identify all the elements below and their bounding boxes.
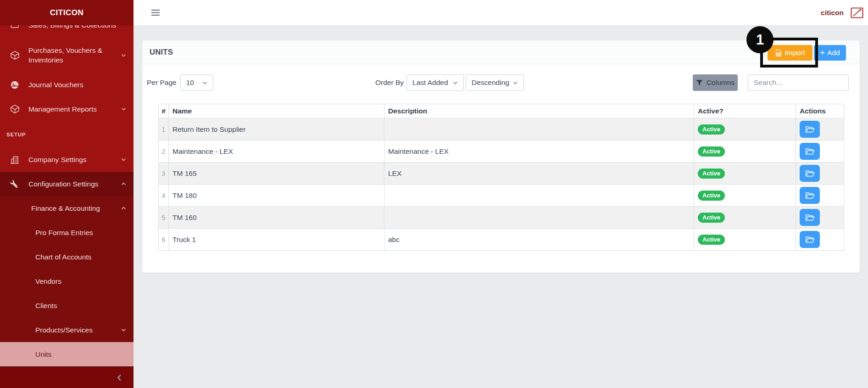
sidebar: Sales, Billings & Collections Purchases,…: [0, 0, 134, 388]
column-header-number: #: [159, 104, 169, 118]
wrench-icon: [9, 179, 20, 189]
sidebar-item-company-settings[interactable]: Company Settings: [0, 147, 134, 172]
row-name: Maintenance - LEX: [169, 141, 384, 163]
sidebar-item-units[interactable]: Units: [0, 342, 134, 366]
folder-open-icon: [805, 214, 815, 221]
add-button[interactable]: + Add: [814, 45, 846, 61]
status-badge: Active: [698, 124, 725, 135]
sidebar-item-chart-of-accounts[interactable]: Chart of Accounts: [0, 245, 134, 269]
box-icon: [9, 104, 20, 114]
chevron-up-icon: [121, 182, 126, 186]
sidebar-item-configuration-settings[interactable]: Configuration Settings: [0, 172, 134, 196]
open-folder-button[interactable]: [800, 231, 820, 248]
table-row: 3 TM 165 LEX Active: [159, 163, 844, 185]
chevron-down-icon: [121, 54, 126, 57]
sidebar-section-setup: SETUP: [0, 121, 134, 147]
sidebar-item-purchases-vouchers-inventories[interactable]: Purchases, Vouchers & Inventories: [0, 38, 134, 73]
row-name: TM 165: [169, 163, 384, 185]
row-number: 4: [159, 185, 169, 207]
open-folder-button[interactable]: [800, 209, 820, 226]
order-field-select[interactable]: Last Added: [406, 74, 464, 91]
open-folder-button[interactable]: [800, 165, 820, 182]
chevron-down-icon: [202, 81, 207, 84]
panel-header: UNITS Import + Add: [142, 40, 860, 64]
column-header-actions: Actions: [796, 104, 844, 118]
folder-open-icon: [805, 169, 815, 177]
menu-toggle-button[interactable]: [149, 7, 162, 18]
per-page-label: Per Page: [147, 79, 177, 87]
sidebar-item-sales-billings-collections[interactable]: Sales, Billings & Collections: [0, 25, 134, 38]
plus-icon: +: [820, 48, 825, 57]
open-folder-button[interactable]: [800, 187, 820, 204]
open-folder-button[interactable]: [800, 121, 820, 138]
spreadsheet-file-icon: [775, 49, 782, 57]
speedometer-icon: [9, 80, 20, 90]
sidebar-item-products-services[interactable]: Products/Services: [0, 318, 134, 342]
open-folder-button[interactable]: [800, 143, 820, 160]
status-badge: Active: [698, 235, 725, 245]
row-description: LEX: [384, 163, 694, 185]
chevron-up-icon: [121, 207, 126, 210]
chevron-left-icon: [117, 374, 122, 381]
broken-image-icon: [851, 7, 863, 18]
folder-open-icon: [805, 191, 815, 199]
box-icon: [9, 50, 20, 61]
import-button[interactable]: Import: [768, 45, 812, 61]
row-name: Return Item to Supplier: [169, 118, 384, 141]
sidebar-item-journal-vouchers[interactable]: Journal Vouchers: [0, 73, 134, 97]
table-row: 4 TM 180 Active: [159, 185, 844, 207]
column-header-description: Description: [384, 104, 694, 118]
chevron-down-icon: [513, 81, 518, 84]
sidebar-expanded-group: Configuration Settings Finance & Account…: [0, 172, 134, 367]
row-number: 2: [159, 141, 169, 163]
sidebar-item-vendors[interactable]: Vendors: [0, 269, 134, 293]
sidebar-item-clients[interactable]: Clients: [0, 293, 134, 318]
table-header-row: # Name Description Active? Actions: [159, 104, 844, 118]
columns-button[interactable]: Columns: [693, 74, 738, 91]
table-row: 2 Maintenance - LEX Maintenance - LEX Ac…: [159, 141, 844, 163]
table-row: 6 Truck 1 abc Active: [159, 229, 844, 251]
status-badge: Active: [698, 191, 725, 201]
row-description: [384, 207, 694, 229]
chevron-down-icon: [121, 328, 126, 332]
sidebar-nav: Sales, Billings & Collections Purchases,…: [0, 25, 134, 367]
folder-open-icon: [805, 147, 815, 155]
content-area: UNITS Import + Add Per Page: [134, 26, 868, 388]
order-direction-select[interactable]: Descending: [466, 74, 524, 91]
units-panel: UNITS Import + Add Per Page: [142, 40, 860, 273]
user-name: citicon: [821, 9, 844, 17]
status-badge: Active: [698, 213, 725, 223]
row-name: Truck 1: [169, 229, 384, 251]
page-title: UNITS: [150, 48, 173, 56]
filter-funnel-icon: [696, 79, 703, 86]
folder-open-icon: [805, 125, 815, 133]
row-description: [384, 118, 694, 141]
row-number: 1: [159, 118, 169, 141]
per-page-select[interactable]: 10: [180, 74, 213, 91]
brand-logo: CITICON: [0, 0, 134, 25]
card-icon: [9, 25, 20, 30]
column-header-active: Active?: [694, 104, 796, 118]
search-input[interactable]: [748, 74, 849, 91]
status-badge: Active: [698, 169, 725, 179]
row-number: 5: [159, 207, 169, 229]
row-number: 6: [159, 229, 169, 251]
units-table: # Name Description Active? Actions 1 Ret…: [158, 104, 844, 251]
row-description: abc: [384, 229, 694, 251]
column-header-name: Name: [169, 104, 384, 118]
table-body: 1 Return Item to Supplier Active 2 Maint…: [159, 118, 844, 251]
sidebar-minimize-bar[interactable]: [0, 367, 134, 388]
chevron-down-icon: [121, 158, 126, 161]
topbar-user[interactable]: citicon: [821, 7, 863, 18]
table-row: 5 TM 160 Active: [159, 207, 844, 229]
status-badge: Active: [698, 146, 725, 157]
row-name: TM 180: [169, 185, 384, 207]
sidebar-item-management-reports[interactable]: Management Reports: [0, 97, 134, 121]
folder-open-icon: [805, 236, 815, 243]
building-icon: [9, 155, 20, 165]
sidebar-item-pro-forma-entries[interactable]: Pro Forma Entries: [0, 220, 134, 245]
table-toolbar: Per Page 10 Order By Last Added: [142, 74, 860, 91]
sidebar-item-finance-accounting[interactable]: Finance & Accounting: [0, 196, 134, 220]
topbar: citicon: [134, 0, 868, 26]
chevron-down-icon: [121, 107, 126, 111]
